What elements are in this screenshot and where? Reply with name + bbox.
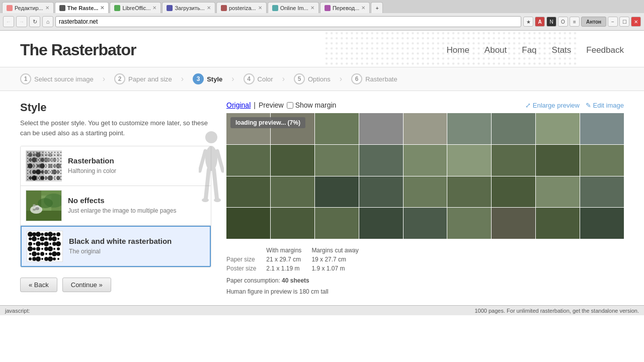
tab-label-2: The Raste... bbox=[67, 5, 99, 11]
style-panel-title: Style bbox=[20, 101, 211, 114]
tab-favicon-2 bbox=[59, 5, 65, 11]
noeffects-thumb-svg bbox=[26, 191, 62, 221]
step-6[interactable]: 6 Rasterbate bbox=[351, 73, 397, 84]
tab-close-2[interactable]: ✕ bbox=[100, 5, 104, 11]
mosaic-cell bbox=[271, 145, 314, 176]
style-list: Rasterbation Halftoning in color bbox=[20, 146, 211, 267]
forward-button[interactable]: → bbox=[16, 16, 27, 27]
back-button[interactable]: ← bbox=[3, 16, 14, 27]
edit-image-link[interactable]: ✎ Edit image bbox=[586, 102, 624, 109]
step-6-num: 6 bbox=[351, 73, 362, 84]
status-right: 1000 pages. For unlimited rasterbation, … bbox=[474, 308, 639, 314]
step-arrow-2: › bbox=[181, 74, 184, 83]
preview-image-container: loading preview... (7%) bbox=[226, 113, 624, 239]
tab-close-6[interactable]: ✕ bbox=[310, 5, 314, 11]
style-thumbnail-rasterbation bbox=[26, 150, 62, 182]
style-item-bw[interactable]: Black and white rasterbation The origina… bbox=[21, 226, 211, 267]
svg-point-79 bbox=[56, 241, 61, 246]
step-3-label: Style bbox=[207, 75, 222, 83]
tab-favicon-6 bbox=[272, 5, 278, 11]
nav-faq[interactable]: Faq bbox=[522, 45, 536, 55]
extension-3[interactable]: O bbox=[558, 17, 568, 27]
mosaic-cell bbox=[359, 113, 403, 144]
mosaic-cell bbox=[404, 113, 447, 144]
extension-4[interactable]: ≡ bbox=[570, 17, 580, 27]
browser-tab-3[interactable]: LibreOffic... ✕ bbox=[110, 2, 161, 13]
tab-label-5: posteriza... bbox=[229, 5, 256, 11]
browser-tab-4[interactable]: Загрузить... ✕ bbox=[162, 2, 215, 13]
tab-close-1[interactable]: ✕ bbox=[45, 5, 49, 11]
home-button[interactable]: ⌂ bbox=[42, 16, 53, 27]
user-profile[interactable]: Антон bbox=[581, 17, 606, 27]
minimize-button[interactable]: − bbox=[608, 17, 618, 27]
browser-tab-7[interactable]: Перевод... ✕ bbox=[320, 2, 370, 13]
svg-point-76 bbox=[44, 241, 49, 246]
close-button[interactable]: ✕ bbox=[631, 17, 641, 27]
show-margin-label[interactable]: Show margin bbox=[287, 101, 337, 109]
browser-tab-1[interactable]: Редактир... ✕ bbox=[2, 2, 54, 13]
preview-actions: ⤢ Enlarge preview ✎ Edit image bbox=[525, 102, 624, 109]
svg-point-51 bbox=[35, 207, 39, 210]
nav-home[interactable]: Home bbox=[446, 45, 469, 55]
bookmark-button[interactable]: ★ bbox=[523, 17, 533, 27]
style-list-wrapper[interactable]: Rasterbation Halftoning in color bbox=[20, 146, 211, 267]
mosaic-cell bbox=[226, 176, 270, 208]
svg-point-84 bbox=[44, 247, 48, 251]
refresh-button[interactable]: ↻ bbox=[29, 16, 40, 27]
preview-tab[interactable]: Preview bbox=[259, 101, 284, 109]
extension-1[interactable]: A bbox=[535, 17, 545, 27]
svg-point-58 bbox=[36, 232, 41, 237]
new-tab-button[interactable]: + bbox=[371, 2, 383, 13]
style-item-noeffects[interactable]: No effects Just enlarge the image to mul… bbox=[21, 186, 211, 226]
style-item-rasterbation[interactable]: Rasterbation Halftoning in color bbox=[21, 146, 211, 186]
mosaic-cell bbox=[359, 208, 403, 239]
svg-point-78 bbox=[52, 242, 56, 246]
status-left: javascript: bbox=[5, 308, 30, 314]
continue-button[interactable]: Continue » bbox=[62, 278, 111, 292]
step-1[interactable]: 1 Select source image bbox=[20, 73, 94, 84]
tab-close-3[interactable]: ✕ bbox=[152, 5, 156, 11]
address-bar[interactable] bbox=[55, 16, 521, 27]
tab-close-5[interactable]: ✕ bbox=[258, 5, 262, 11]
enlarge-preview-link[interactable]: ⤢ Enlarge preview bbox=[525, 102, 580, 109]
svg-point-83 bbox=[41, 248, 43, 250]
tab-close-4[interactable]: ✕ bbox=[207, 5, 211, 11]
browser-tab-5[interactable]: posteriza... ✕ bbox=[216, 2, 267, 13]
show-margin-checkbox[interactable] bbox=[287, 102, 293, 109]
stats-empty-header bbox=[226, 246, 266, 255]
svg-point-50 bbox=[33, 204, 36, 207]
nav-feedback[interactable]: Feedback bbox=[586, 45, 624, 55]
maximize-button[interactable]: ☐ bbox=[619, 17, 629, 27]
step-2-num: 2 bbox=[114, 73, 125, 84]
tab-close-7[interactable]: ✕ bbox=[361, 5, 365, 11]
svg-point-86 bbox=[53, 248, 55, 250]
paper-size-label: Paper size bbox=[226, 255, 266, 264]
browser-tabs: Редактир... ✕ The Raste... ✕ LibreOffic.… bbox=[0, 0, 644, 13]
original-tab[interactable]: Original bbox=[226, 101, 251, 109]
tab-label-1: Редактир... bbox=[15, 5, 43, 11]
human-figure bbox=[199, 118, 226, 239]
mosaic-cell bbox=[404, 208, 447, 239]
svg-point-82 bbox=[36, 247, 40, 251]
browser-tab-2[interactable]: The Raste... ✕ bbox=[55, 2, 109, 13]
browser-tab-6[interactable]: Online Im... ✕ bbox=[268, 2, 319, 13]
step-arrow-4: › bbox=[282, 74, 285, 83]
step-5[interactable]: 5 Options bbox=[294, 73, 331, 84]
poster-size-label: Poster size bbox=[226, 264, 266, 273]
nav-about[interactable]: About bbox=[485, 45, 507, 55]
svg-point-97 bbox=[32, 257, 36, 261]
step-arrow-5: › bbox=[340, 74, 342, 83]
bw-thumb-svg bbox=[27, 231, 63, 262]
step-4[interactable]: 4 Color bbox=[244, 73, 273, 84]
svg-point-74 bbox=[36, 241, 41, 246]
step-2[interactable]: 2 Paper and size bbox=[114, 73, 172, 84]
nav-stats[interactable]: Stats bbox=[552, 45, 572, 55]
svg-rect-47 bbox=[26, 211, 62, 221]
svg-point-91 bbox=[40, 252, 44, 256]
svg-point-52 bbox=[33, 209, 36, 211]
style-info-noeffects: No effects Just enlarge the image to mul… bbox=[68, 196, 176, 215]
enlarge-icon: ⤢ bbox=[525, 102, 531, 109]
extension-2[interactable]: N bbox=[546, 17, 556, 27]
step-3[interactable]: 3 Style bbox=[193, 73, 222, 84]
back-button[interactable]: « Back bbox=[20, 278, 57, 292]
